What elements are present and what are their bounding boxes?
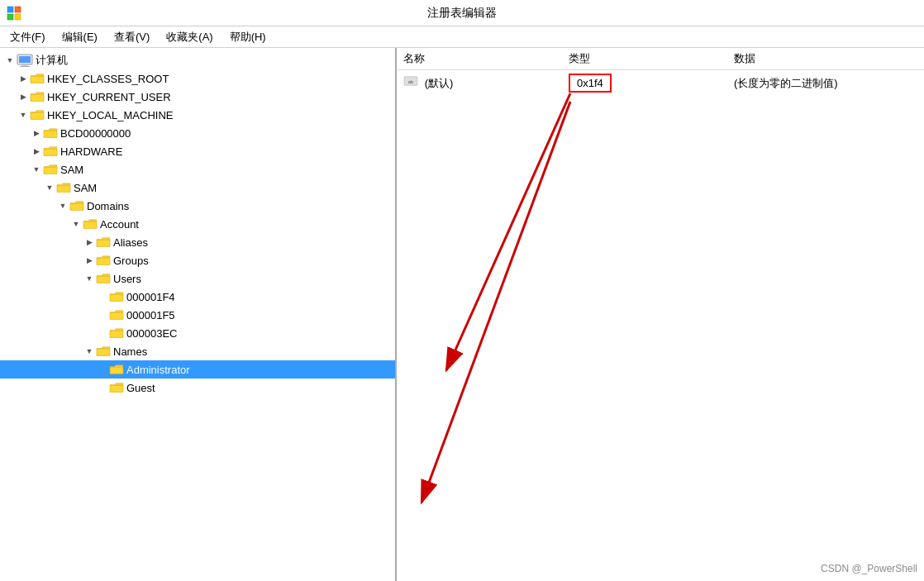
hw-expander[interactable]: ▶ xyxy=(30,145,43,158)
tree-node-000001f5[interactable]: ▶ 000001F5 xyxy=(0,306,395,324)
reg-name-cell: ab (默认) xyxy=(397,70,562,97)
folder-icon xyxy=(109,382,124,393)
hkcr-label: HKEY_CLASSES_ROOT xyxy=(47,73,169,85)
menu-help[interactable]: 帮助(H) xyxy=(223,28,273,46)
names-expander[interactable]: ▼ xyxy=(83,345,96,358)
folder-icon xyxy=(96,345,111,357)
folder-icon-selected xyxy=(109,364,124,375)
folder-icon xyxy=(109,327,124,339)
tree-root[interactable]: ▼ 计算机 xyxy=(0,51,395,69)
bcd-label: BCD00000000 xyxy=(60,127,131,140)
svg-text:ab: ab xyxy=(408,79,414,84)
account-expander[interactable]: ▼ xyxy=(69,217,83,231)
svg-rect-7 xyxy=(20,66,30,67)
annotation-arrows xyxy=(397,48,924,581)
title-bar: 注册表编辑器 xyxy=(0,0,924,26)
ec-label: 000003EC xyxy=(126,327,177,340)
sam2-expander[interactable]: ▼ xyxy=(43,181,56,194)
svg-rect-6 xyxy=(21,64,28,66)
folder-icon xyxy=(30,73,45,84)
svg-rect-0 xyxy=(7,7,13,12)
svg-line-12 xyxy=(446,93,570,370)
table-row[interactable]: ab (默认) 0x1f4 (长度为零的二进制值) xyxy=(397,70,924,97)
menu-bar: 文件(F) 编辑(E) 查看(V) 收藏夹(A) 帮助(H) xyxy=(0,26,924,48)
folder-icon xyxy=(96,255,111,266)
tree-node-administrator[interactable]: ▶ Administrator xyxy=(0,360,395,379)
tree-panel[interactable]: ▼ 计算机 ▶ HKEY_CLASSES_ROOT ▶ xyxy=(0,48,397,581)
computer-icon xyxy=(17,54,33,67)
reg-default-label: (默认) xyxy=(425,77,454,89)
registry-table: 名称 类型 数据 ab (默认) xyxy=(397,48,924,96)
menu-favorites[interactable]: 收藏夹(A) xyxy=(160,28,219,46)
groups-expander[interactable]: ▶ xyxy=(83,254,96,267)
svg-rect-3 xyxy=(15,14,21,20)
hkcu-expander[interactable]: ▶ xyxy=(17,90,30,103)
svg-rect-2 xyxy=(7,14,13,20)
menu-view[interactable]: 查看(V) xyxy=(107,28,156,46)
folder-icon xyxy=(96,236,111,248)
tree-node-sam[interactable]: ▼ SAM xyxy=(0,160,395,179)
account-label: Account xyxy=(100,218,139,231)
folder-icon xyxy=(43,145,58,157)
aliases-expander[interactable]: ▶ xyxy=(83,236,96,249)
watermark: CSDN @_PowerShell xyxy=(821,563,917,574)
window-title: 注册表编辑器 xyxy=(427,6,497,21)
users-label: Users xyxy=(113,273,141,285)
tree-node-000003ec[interactable]: ▶ 000003EC xyxy=(0,324,395,342)
sam2-label: SAM xyxy=(74,182,97,194)
menu-edit[interactable]: 编辑(E) xyxy=(55,28,104,46)
root-expander[interactable]: ▼ xyxy=(3,54,17,67)
col-header-type: 类型 xyxy=(562,48,727,70)
svg-line-13 xyxy=(422,102,570,502)
col-header-data: 数据 xyxy=(727,48,924,70)
tree-node-hklm[interactable]: ▼ HKEY_LOCAL_MACHINE xyxy=(0,106,395,124)
sam-label: SAM xyxy=(60,164,83,176)
hklm-label: HKEY_LOCAL_MACHINE xyxy=(47,109,173,121)
folder-icon xyxy=(109,291,124,302)
folder-icon xyxy=(43,127,58,139)
hkcu-label: HKEY_CURRENT_USER xyxy=(47,91,171,103)
tree-node-aliases[interactable]: ▶ Aliases xyxy=(0,233,395,251)
tree-node-sam2[interactable]: ▼ SAM xyxy=(0,179,395,197)
domains-expander[interactable]: ▼ xyxy=(56,199,69,212)
folder-icon xyxy=(109,309,124,321)
reg-data-cell: (长度为零的二进制值) xyxy=(727,70,924,97)
tree-node-users[interactable]: ▼ Users xyxy=(0,269,395,288)
tree-node-domains[interactable]: ▼ Domains xyxy=(0,197,395,215)
folder-icon xyxy=(30,109,45,121)
users-expander[interactable]: ▼ xyxy=(83,272,96,285)
aliases-label: Aliases xyxy=(113,236,148,249)
admin-label: Administrator xyxy=(126,364,190,376)
bcd-expander[interactable]: ▶ xyxy=(30,126,43,140)
col-header-name: 名称 xyxy=(397,48,562,70)
menu-file[interactable]: 文件(F) xyxy=(3,28,52,46)
folder-icon xyxy=(69,200,84,212)
tree-node-hkcr[interactable]: ▶ HKEY_CLASSES_ROOT xyxy=(0,69,395,88)
hardware-label: HARDWARE xyxy=(60,145,122,158)
names-label: Names xyxy=(113,345,147,358)
tree-node-hardware[interactable]: ▶ HARDWARE xyxy=(0,142,395,160)
folder-icon xyxy=(30,91,45,102)
tree-node-names[interactable]: ▼ Names xyxy=(0,342,395,360)
sam-expander[interactable]: ▼ xyxy=(30,163,43,176)
main-container: ▼ 计算机 ▶ HKEY_CLASSES_ROOT ▶ xyxy=(0,48,924,581)
f4-label: 000001F4 xyxy=(126,291,175,303)
registry-value-icon: ab xyxy=(403,75,418,87)
tree-node-guest[interactable]: ▶ Guest xyxy=(0,379,395,397)
root-label: 计算机 xyxy=(36,53,68,68)
tree-node-hkcu[interactable]: ▶ HKEY_CURRENT_USER xyxy=(0,88,395,106)
svg-rect-1 xyxy=(15,7,21,12)
app-icon xyxy=(7,6,21,21)
type-value-highlighted: 0x1f4 xyxy=(569,74,612,93)
tree-node-groups[interactable]: ▶ Groups xyxy=(0,251,395,269)
folder-icon xyxy=(83,218,98,230)
folder-icon xyxy=(43,164,58,175)
tree-node-account[interactable]: ▼ Account xyxy=(0,215,395,233)
tree-node-bcd[interactable]: ▶ BCD00000000 xyxy=(0,124,395,142)
hkcr-expander[interactable]: ▶ xyxy=(17,72,30,85)
hklm-expander[interactable]: ▼ xyxy=(17,108,30,121)
tree-node-000001f4[interactable]: ▶ 000001F4 xyxy=(0,288,395,306)
right-panel: 名称 类型 数据 ab (默认) xyxy=(397,48,924,581)
folder-icon xyxy=(56,182,71,193)
folder-icon xyxy=(96,273,111,284)
